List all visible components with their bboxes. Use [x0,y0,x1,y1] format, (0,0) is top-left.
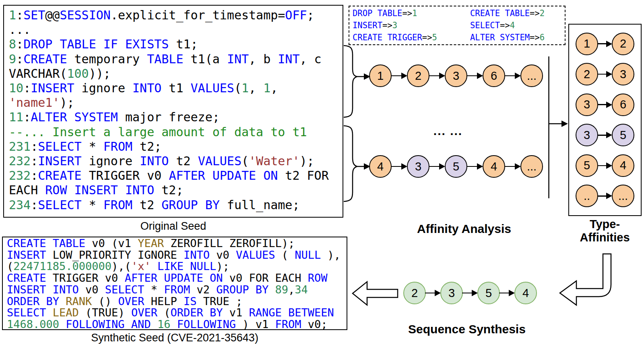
code-token: , [288,283,295,296]
code-token: @@ [45,8,60,22]
code-token: ; [307,8,314,22]
code-token: : [23,81,31,95]
code-token: 3 [392,21,397,30]
code-token: t2; [154,183,183,197]
code-token: 'x' [131,260,151,272]
code-token: major freeze; [118,110,220,124]
code-token: LEAD [53,306,79,319]
code-line: 231:SELECT * FROM t2; [9,139,343,154]
arrow-icon [463,290,477,296]
code-token: CREATE TRIGGER [353,33,422,42]
code-token: * [82,139,103,154]
code-token: (TRUE) [79,306,131,319]
code-token: ); [300,154,314,168]
arrow-icon [505,73,520,79]
legend-mapping: INSERT=>3 [353,19,470,31]
code-line: EACH ROW INSERT INTO t2; [9,183,343,197]
code-token: --... Insert a large amount of data to t… [9,125,307,139]
code-token: 2 [540,8,545,18]
sequence-node: 1 [369,64,392,87]
code-token: 1 [412,8,417,18]
code-token: TRIGGER v0 [82,168,169,183]
affinity-chain-2: 4354... [369,155,543,178]
synthetic-seed-caption: Synthetic Seed (CVE-2021-35643) [2,332,347,344]
sequence-synthesis-label: Sequence Synthesis [386,322,547,336]
type-to-sequence-bent-arrow-icon [560,254,611,305]
code-line: 10:INSERT ignore INTO t1 VALUES(1, 1, [9,81,343,96]
code-token: ); [60,96,74,110]
arrow-icon [505,163,520,170]
code-token: 1 [9,8,16,22]
legend-mapping: DROP TABLE=>1 [353,7,470,19]
code-token: 6 [540,33,545,42]
code-token: VALUES [198,154,242,168]
code-token: => [530,33,540,42]
sequence-node: 3 [612,63,634,85]
code-token: ... [9,23,31,37]
code-token: v0 [210,249,236,261]
code-token: v2 [190,283,216,296]
code-token: OVER [118,295,144,308]
sequence-node: 3 [576,94,598,116]
code-token: v0; [301,318,328,330]
code-line: 8:DROP TABLE IF EXISTS t1; [9,37,343,52]
code-token: ( [234,81,242,95]
type-affinity-pair: 12 [576,33,634,55]
code-token: => [382,21,392,30]
arrow-icon [500,290,514,296]
code-token: 9 [9,52,16,66]
code-token: v1 [223,306,249,319]
code-token: GROUP BY [216,283,268,296]
arrow-icon [598,41,612,47]
code-line: 'name1'); [9,96,343,110]
sequence-node: .. [576,185,598,207]
sequence-node: 6 [612,94,634,116]
code-token: ),( [111,260,131,272]
code-token: => [402,8,412,18]
code-token: ORDER BY [170,306,223,319]
arrow-icon [598,71,612,77]
sequence-to-seed-arrow-icon [353,282,398,305]
code-token: full_name; [220,198,300,212]
code-token: INTO [140,154,169,168]
code-token: ( [7,260,13,272]
code-token: .explicit_for_timestamp= [111,8,285,22]
code-line: 11:ALTER SYSTEM major freeze; [9,110,343,125]
code-token: 89 [275,283,289,296]
code-token: : [31,154,38,168]
code-token: : [16,8,23,22]
sequence-node: 2 [612,33,634,55]
code-token: CREATE [23,52,67,66]
code-token: DROP TABLE [353,8,402,18]
code-token: INSERT [7,249,46,261]
code-token: INT [227,52,249,66]
code-token: OVER [131,306,157,319]
code-token: ( [242,154,249,168]
sequence-node: 3 [445,64,467,87]
arrow-icon [467,163,483,170]
code-token: t2 [132,198,161,212]
chains-ellipsis: ... ... [408,124,488,138]
code-token: RANGE BETWEEN [249,306,334,319]
type-affinities-label: Type- Affinities [564,218,644,244]
sequence-node: 6 [483,64,505,87]
legend-row: INSERT=>3SELECT=>4 [353,19,565,31]
code-token: RANK [66,295,92,308]
original-seed-code-box: 1:SET@@SESSION.explicit_for_timestamp=OF… [3,5,343,218]
code-token: LIKE NULL [157,260,216,272]
code-token: FROM [103,198,132,212]
code-token: SELECT [105,283,144,296]
type-affinities-label-line2: Affinities [564,231,644,244]
code-token: INSERT [353,21,382,30]
code-token: FROM [103,139,132,154]
code-token: 5 [432,33,437,42]
to-type-box-arrowhead-icon [561,121,568,127]
code-token: 22471185.000000 [13,260,111,272]
code-line: CREATE TRIGGER v0 AFTER UPDATE ON v0 FOR… [7,272,347,284]
arrow-icon [598,102,612,108]
code-token: CREATE [7,272,46,284]
sequence-node: 3 [576,124,598,146]
code-token: ALTER SYSTEM [470,33,530,42]
code-token: FROM [275,318,301,330]
code-token: : [31,198,38,212]
